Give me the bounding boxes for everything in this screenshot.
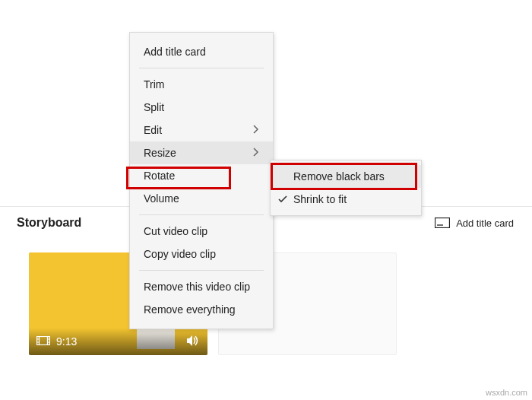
menu-volume[interactable]: Volume (130, 187, 273, 210)
filmstrip-icon (36, 335, 50, 348)
menu-label: Remove this video clip (144, 281, 250, 293)
menu-edit[interactable]: Edit (130, 119, 273, 141)
menu-label: Trim (144, 78, 164, 90)
svg-rect-0 (435, 218, 450, 228)
menu-copy-video-clip[interactable]: Copy video clip (130, 243, 273, 265)
check-icon (278, 193, 287, 205)
add-title-card-button[interactable]: Add title card (435, 217, 514, 229)
menu-label: Copy video clip (144, 248, 216, 260)
resize-submenu: Remove black bars Shrink to fit (270, 160, 422, 216)
menu-cut-video-clip[interactable]: Cut video clip (130, 220, 273, 243)
menu-label: Add title card (144, 46, 206, 58)
submenu-label: Remove black bars (293, 170, 385, 183)
svg-rect-7 (37, 337, 40, 345)
add-title-card-label: Add title card (456, 217, 514, 229)
menu-trim[interactable]: Trim (130, 73, 273, 96)
menu-resize[interactable]: Resize (130, 141, 273, 164)
menu-label: Volume (144, 192, 179, 205)
chevron-right-icon (253, 147, 259, 159)
menu-label: Edit (144, 124, 162, 136)
menu-label: Resize (144, 147, 176, 159)
title-card-icon (435, 217, 450, 228)
menu-separator (139, 270, 264, 271)
volume-icon[interactable] (186, 335, 200, 349)
submenu-shrink-to-fit[interactable]: Shrink to fit (271, 188, 421, 211)
svg-rect-8 (48, 337, 50, 345)
menu-separator (139, 68, 264, 68)
menu-remove-this-video-clip[interactable]: Remove this video clip (130, 275, 273, 298)
menu-rotate[interactable]: Rotate (130, 164, 273, 187)
context-menu: Add title card Trim Split Edit Resize Ro… (129, 32, 274, 329)
storyboard-title: Storyboard (17, 216, 81, 230)
clip-overlay: 9:13 (29, 328, 207, 355)
chevron-right-icon (253, 124, 259, 136)
menu-split[interactable]: Split (130, 96, 273, 119)
submenu-label: Shrink to fit (293, 193, 347, 205)
clip-duration: 9:13 (56, 335, 77, 348)
submenu-remove-black-bars[interactable]: Remove black bars (271, 165, 421, 188)
menu-add-title-card[interactable]: Add title card (130, 40, 273, 63)
watermark: wsxdn.com (486, 388, 527, 397)
menu-remove-everything[interactable]: Remove everything (130, 298, 273, 321)
menu-label: Remove everything (144, 303, 236, 316)
menu-label: Split (144, 101, 164, 113)
menu-label: Rotate (144, 170, 175, 182)
menu-separator (139, 214, 264, 215)
menu-label: Cut video clip (144, 225, 207, 237)
